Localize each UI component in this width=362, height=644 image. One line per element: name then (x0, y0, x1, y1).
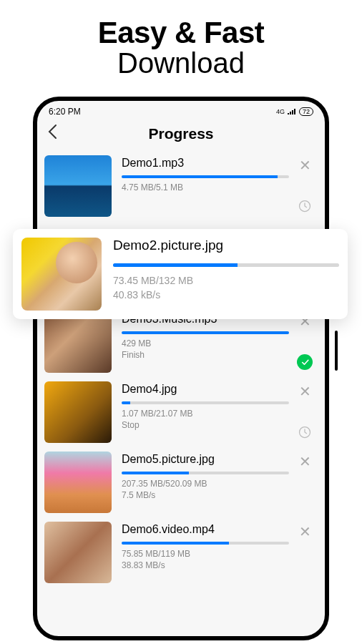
promo-line2: Download (0, 47, 362, 79)
item-actions: ✕ (292, 522, 318, 583)
size-text: 75.85 MB/119 MB (122, 549, 289, 560)
status-time: 6:20 PM (49, 107, 81, 117)
item-info: Demo6.video.mp4 75.85 MB/119 MB 38.83 MB… (112, 522, 292, 583)
battery-indicator: 72 (299, 107, 313, 116)
progress-bar (122, 472, 289, 474)
speed-text: 7.5 MB/s (122, 490, 289, 500)
progress-fill (122, 331, 289, 334)
checkmark-icon (297, 354, 313, 370)
cancel-button[interactable]: ✕ (299, 158, 311, 172)
back-button[interactable] (47, 124, 69, 144)
highlighted-download-item[interactable]: Demo2.picture.jpg 73.45 MB/132 MB 40.83 … (13, 229, 348, 319)
progress-bar (122, 542, 289, 545)
speed-text: 38.83 MB/s (122, 560, 289, 570)
item-actions: ✕ (292, 452, 318, 513)
thumbnail (44, 522, 112, 583)
thumbnail (21, 238, 102, 311)
thumbnail (44, 452, 112, 513)
page-title: Progress (148, 125, 213, 142)
header: Progress (37, 119, 325, 151)
download-item[interactable]: Demo6.video.mp4 75.85 MB/119 MB 38.83 MB… (37, 517, 325, 587)
filename: Demo5.picture.jpg (122, 453, 289, 466)
size-text: 73.45 MB/132 MB (113, 274, 339, 288)
progress-bar (122, 175, 289, 178)
thumbnail (44, 381, 112, 443)
progress-fill (122, 542, 229, 545)
item-info: Demo1.mp3 4.75 MB/5.1 MB (112, 155, 292, 217)
size-text: 4.75 MB/5.1 MB (122, 182, 289, 194)
cancel-button[interactable]: ✕ (299, 525, 311, 539)
progress-bar (113, 263, 339, 267)
status-right: 4G 72 (276, 107, 313, 116)
cancel-button[interactable]: ✕ (299, 384, 311, 399)
size-text: 1.07 MB/21.07 MB (122, 409, 289, 420)
item-actions: ✕ (292, 381, 318, 443)
thumbnail (44, 311, 112, 373)
filename: Demo6.video.mp4 (122, 523, 289, 536)
network-label: 4G (276, 108, 285, 115)
phone-side-button (335, 331, 338, 371)
item-info: Demo4.jpg 1.07 MB/21.07 MB Stop (112, 381, 292, 443)
download-list: Demo1.mp3 4.75 MB/5.1 MB ✕ Demo3.Music.m… (37, 151, 325, 587)
clock-icon (297, 198, 313, 214)
item-actions: ✕ (292, 311, 318, 373)
signal-icon (288, 107, 296, 116)
clock-icon (297, 424, 313, 440)
speed-text: 40.83 kB/s (113, 288, 339, 303)
progress-fill (122, 472, 189, 474)
item-info: Demo2.picture.jpg 73.45 MB/132 MB 40.83 … (102, 238, 339, 311)
progress-bar (122, 401, 289, 404)
size-text: 429 MB (122, 338, 289, 350)
cancel-button[interactable]: ✕ (299, 454, 311, 469)
progress-bar (122, 331, 289, 334)
progress-fill (113, 263, 238, 267)
phone-frame: 6:20 PM 4G 72 Progress Demo1.mp3 4.75 MB… (33, 97, 329, 640)
item-info: Demo5.picture.jpg 207.35 MB/520.09 MB 7.… (112, 452, 292, 513)
promo-line1: Easy & Fast (0, 16, 362, 50)
download-item[interactable]: Demo4.jpg 1.07 MB/21.07 MB Stop ✕ (37, 377, 325, 447)
filename: Demo1.mp3 (122, 157, 289, 170)
item-info: Demo3.Music.mp3 429 MB Finish (112, 311, 292, 373)
status-text: Finish (122, 350, 289, 360)
download-item[interactable]: Demo1.mp3 4.75 MB/5.1 MB ✕ (37, 151, 325, 221)
status-bar: 6:20 PM 4G 72 (37, 101, 325, 119)
progress-fill (122, 401, 130, 404)
item-actions: ✕ (292, 155, 318, 217)
promo-title: Easy & Fast Download (0, 0, 362, 89)
status-text: Stop (122, 420, 289, 430)
thumbnail (44, 155, 112, 217)
progress-fill (122, 175, 278, 178)
download-item[interactable]: Demo5.picture.jpg 207.35 MB/520.09 MB 7.… (37, 447, 325, 517)
filename: Demo2.picture.jpg (113, 238, 339, 253)
size-text: 207.35 MB/520.09 MB (122, 479, 289, 490)
filename: Demo4.jpg (122, 383, 289, 396)
